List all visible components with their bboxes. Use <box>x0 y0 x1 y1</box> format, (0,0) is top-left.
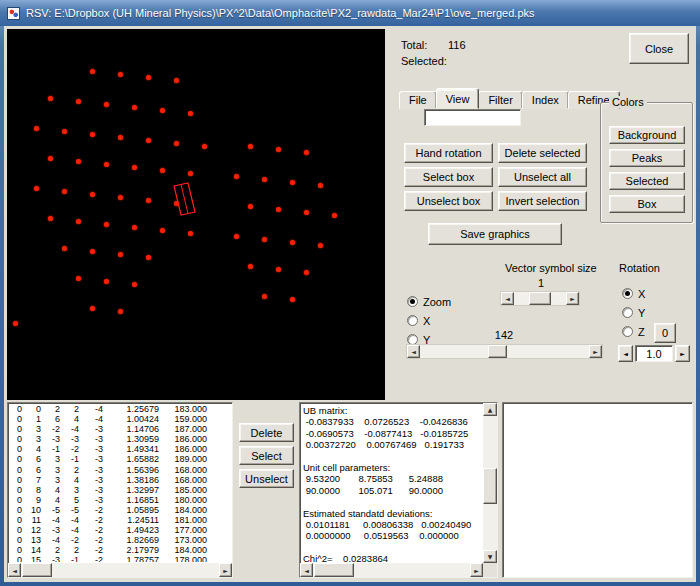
list-item[interactable]: 013-4-2-21.82669173.000 <box>9 535 231 545</box>
scroll-left-icon[interactable]: ◄ <box>8 563 21 577</box>
vector-size-scrollbar[interactable]: ◄ ► <box>500 291 580 306</box>
list-cell: 185.000 <box>159 485 207 495</box>
list-item[interactable]: 01422-22.17979184.000 <box>9 545 231 555</box>
view-scrollbar[interactable]: ◄ ► <box>406 344 603 359</box>
scrollbar-track[interactable] <box>420 345 589 358</box>
hand-rotation-button[interactable]: Hand rotation <box>404 143 493 163</box>
info-panel[interactable] <box>502 402 693 578</box>
scrollbar-track[interactable] <box>483 416 497 550</box>
list-item[interactable]: 0164-41.00424159.000 <box>9 414 231 424</box>
list-item[interactable]: 0734-31.38186168.000 <box>9 475 231 485</box>
colors-box-button[interactable]: Box <box>609 195 685 213</box>
list-item[interactable]: 063-1-31.65882189.000 <box>9 454 231 464</box>
list-cell: -3 <box>79 424 103 434</box>
title-bar[interactable]: RSV: E:\Dropbox (UH Mineral Physics)\PX^… <box>0 0 700 26</box>
zoom-radio-x[interactable]: X <box>407 311 451 330</box>
peak-dot <box>160 168 165 173</box>
results-vscrollbar[interactable]: ▲ ▼ <box>483 403 497 563</box>
peak-dot <box>290 297 295 302</box>
scroll-left-icon[interactable]: ◄ <box>501 292 514 305</box>
rotation-zero-button[interactable]: 0 <box>654 323 676 343</box>
step-decrease-icon[interactable]: ◄ <box>618 345 633 362</box>
close-button[interactable]: Close <box>629 33 689 64</box>
peak-list[interactable]: 0022-41.25679183.0000164-41.00424159.000… <box>7 402 233 578</box>
zoom-radio-zoom[interactable]: Zoom <box>407 292 451 311</box>
list-item[interactable]: 0632-31.56396168.000 <box>9 465 231 475</box>
scroll-right-icon[interactable]: ► <box>219 563 232 577</box>
tab-file[interactable]: File <box>399 91 437 109</box>
rotation-radio-z[interactable]: Z <box>622 322 645 341</box>
colors-selected-button[interactable]: Selected <box>609 172 685 190</box>
results-line: 90.0000 105.071 90.0000 <box>303 485 482 496</box>
scrollbar-thumb[interactable] <box>488 345 507 358</box>
list-item[interactable]: 015-3-1-21.78757178.000 <box>9 555 231 562</box>
save-graphics-button[interactable]: Save graphics <box>428 223 562 245</box>
tab-filter[interactable]: Filter <box>478 91 522 109</box>
list-item[interactable]: 0022-41.25679183.000 <box>9 404 231 414</box>
delete-selected-button[interactable]: Delete selected <box>498 143 587 163</box>
rotation-radio-x[interactable]: X <box>622 284 645 303</box>
peak-dot <box>304 210 309 215</box>
list-cell: 8 <box>22 485 41 495</box>
peak-dot <box>248 144 253 149</box>
scroll-left-icon[interactable]: ◄ <box>407 345 420 358</box>
list-item[interactable]: 010-5-5-21.05895184.000 <box>9 505 231 515</box>
list-cell: 2 <box>60 465 79 475</box>
list-cell: -5 <box>60 505 79 515</box>
results-line: 0.00372720 0.00767469 0.191733 <box>303 439 482 450</box>
select-box-button[interactable]: Select box <box>404 167 493 187</box>
scrollbar-track[interactable] <box>514 292 566 305</box>
list-item[interactable]: 03-2-4-31.14706187.000 <box>9 424 231 434</box>
tab-index[interactable]: Index <box>522 91 569 109</box>
list-item[interactable]: 011-4-4-21.24511181.000 <box>9 515 231 525</box>
scroll-right-icon[interactable]: ► <box>566 292 579 305</box>
peak-list-hscrollbar[interactable]: ◄ ► <box>8 563 232 577</box>
scrollbar-track[interactable] <box>21 563 219 577</box>
colors-peaks-button[interactable]: Peaks <box>609 149 685 167</box>
results-panel[interactable]: UB matrix: -0.0837933 0.0726523 -0.04268… <box>299 402 498 578</box>
list-item[interactable]: 03-3-3-31.30959186.000 <box>9 434 231 444</box>
list-item[interactable]: 0843-31.32997185.000 <box>9 485 231 495</box>
list-cell: 1.32997 <box>103 485 159 495</box>
list-item[interactable]: 04-1-2-31.49341186.000 <box>9 444 231 454</box>
list-cell: -4 <box>60 525 79 535</box>
step-value-field[interactable]: 1.0 <box>635 345 673 362</box>
list-cell: 0 <box>9 434 22 444</box>
colors-background-button[interactable]: Background <box>609 126 685 144</box>
scrollbar-thumb[interactable] <box>483 468 497 504</box>
radio-icon <box>407 296 418 307</box>
unselect-button[interactable]: Unselect <box>239 469 294 488</box>
peak-canvas[interactable] <box>7 29 385 400</box>
list-cell: 4 <box>41 485 60 495</box>
select-button[interactable]: Select <box>239 446 294 465</box>
unselect-box-button[interactable]: Unselect box <box>404 191 493 211</box>
scrollbar-thumb[interactable] <box>529 292 551 305</box>
delete-button[interactable]: Delete <box>239 423 294 442</box>
scrollbar-track[interactable] <box>313 563 470 577</box>
peak-dot <box>90 192 95 197</box>
invert-selection-button[interactable]: Invert selection <box>498 191 587 211</box>
tab-view[interactable]: View <box>436 88 480 109</box>
list-item[interactable]: 012-3-4-21.49423177.000 <box>9 525 231 535</box>
scroll-down-icon[interactable]: ▼ <box>483 550 497 563</box>
value-input[interactable] <box>424 109 521 126</box>
scroll-right-icon[interactable]: ► <box>589 345 602 358</box>
radio-label: X <box>638 288 645 300</box>
scrollbar-thumb[interactable] <box>22 563 52 577</box>
list-item[interactable]: 0945-31.16851180.000 <box>9 495 231 505</box>
list-cell: -5 <box>41 505 60 515</box>
unselect-all-button[interactable]: Unselect all <box>498 167 587 187</box>
window-title: RSV: E:\Dropbox (UH Mineral Physics)\PX^… <box>26 7 535 19</box>
scroll-left-icon[interactable]: ◄ <box>300 563 313 577</box>
rotation-radio-y[interactable]: Y <box>622 303 645 322</box>
list-cell: 178.000 <box>159 555 207 562</box>
results-hscrollbar[interactable]: ◄ ► <box>300 563 483 577</box>
list-cell: -3 <box>41 434 60 444</box>
scroll-right-icon[interactable]: ► <box>470 563 483 577</box>
peak-dot <box>132 105 137 110</box>
scrollbar-thumb[interactable] <box>314 563 354 577</box>
list-cell: -3 <box>79 444 103 454</box>
scroll-up-icon[interactable]: ▲ <box>483 403 497 416</box>
step-increase-icon[interactable]: ► <box>675 345 690 362</box>
list-cell: 2 <box>41 404 60 414</box>
